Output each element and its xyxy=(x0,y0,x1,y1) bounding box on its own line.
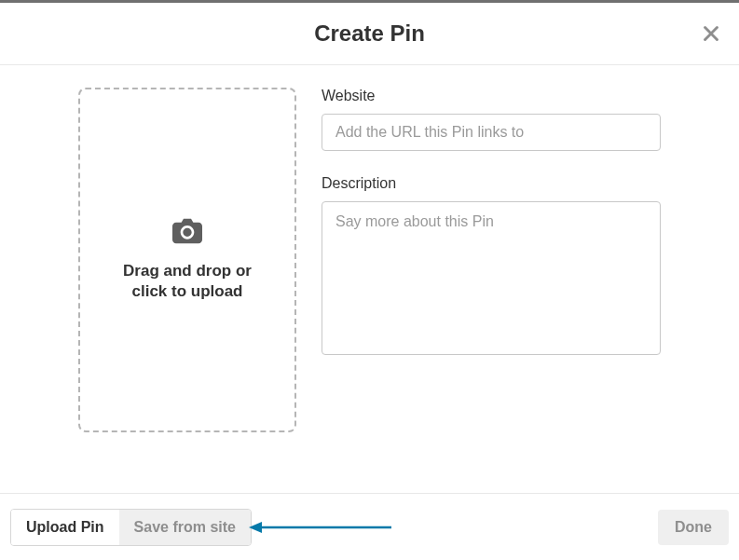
modal-header: Create Pin xyxy=(0,3,739,65)
description-label: Description xyxy=(322,175,661,192)
website-field-group: Website xyxy=(322,88,661,151)
tab-group: Upload Pin Save from site xyxy=(10,509,252,546)
image-dropzone[interactable]: Drag and drop or click to upload xyxy=(78,88,296,432)
upload-pin-tab[interactable]: Upload Pin xyxy=(11,510,119,545)
main-content: Drag and drop or click to upload Website… xyxy=(0,65,739,432)
form-column: Website Description xyxy=(322,88,661,432)
page-title: Create Pin xyxy=(314,20,425,47)
modal-footer: Upload Pin Save from site Done xyxy=(0,493,739,560)
done-button[interactable]: Done xyxy=(658,510,729,545)
description-input[interactable] xyxy=(322,201,661,355)
close-icon xyxy=(701,23,721,44)
dropzone-text: Drag and drop or click to upload xyxy=(123,261,252,302)
save-from-site-tab[interactable]: Save from site xyxy=(119,510,251,545)
website-input[interactable] xyxy=(322,114,661,151)
camera-icon xyxy=(172,218,202,248)
website-label: Website xyxy=(322,88,661,104)
description-field-group: Description xyxy=(322,175,661,359)
close-button[interactable] xyxy=(697,20,725,48)
arrow-annotation xyxy=(247,519,396,536)
